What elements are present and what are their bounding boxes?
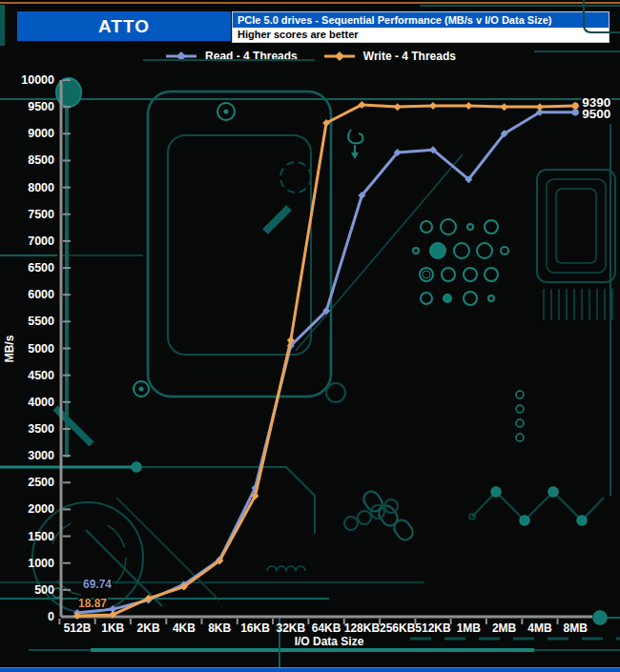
circuit-pad xyxy=(430,243,445,258)
x-axis-tick-label: 128KB xyxy=(344,621,381,635)
write-series-marker xyxy=(465,102,472,110)
y-axis-tick-label: 9000 xyxy=(28,127,54,140)
circuit-pad xyxy=(548,487,558,497)
circuit-pad xyxy=(485,268,498,281)
circuit-pad xyxy=(423,271,430,278)
circuit-pad xyxy=(444,295,451,302)
y-axis-tick-label: 500 xyxy=(34,583,54,597)
circuit-pad xyxy=(488,295,494,301)
y-axis-tick-label: 2500 xyxy=(28,476,54,489)
circuit-pad xyxy=(421,221,432,233)
circuit-pad xyxy=(520,516,529,525)
circuit-pad xyxy=(501,247,508,255)
y-axis-tick-label: 2000 xyxy=(28,502,54,516)
y-axis-title: MB/s xyxy=(3,335,16,362)
circuit-pad xyxy=(516,405,524,413)
circuit-pad xyxy=(516,434,524,441)
circuit-pad xyxy=(420,268,433,281)
x-axis-tick-label: 8KB xyxy=(208,621,231,635)
read-start-value-label: 69.74 xyxy=(83,578,112,591)
chart-series xyxy=(73,101,579,620)
circuit-pad xyxy=(477,243,492,258)
chart-annotations: 69.7418.8793909500 xyxy=(78,95,610,610)
y-axis-tick-label: 1000 xyxy=(28,557,54,570)
x-axis-tick-label: 8MB xyxy=(564,621,589,635)
y-axis-tick-label: 8500 xyxy=(28,153,54,167)
circuit-pad xyxy=(358,511,371,524)
x-axis-tick-label: 64KB xyxy=(312,621,341,635)
circuit-pad xyxy=(224,110,229,114)
x-axis-tick-label: 32KB xyxy=(276,621,305,635)
y-axis-tick-label: 9500 xyxy=(28,100,54,113)
circuit-trace xyxy=(348,130,362,143)
circuit-pad xyxy=(441,219,456,234)
x-axis-tick-label: 2KB xyxy=(137,621,160,635)
x-axis-tick-label: 4MB xyxy=(527,621,552,635)
circuit-pad xyxy=(454,243,469,258)
circuit-pad xyxy=(344,517,358,530)
circuit-pad xyxy=(467,224,473,230)
y-axis-tick-label: 0 xyxy=(48,610,54,623)
read-series-line xyxy=(77,112,575,613)
x-axis-tick-label: 256KB xyxy=(380,621,416,635)
x-axis-tick-label: 512KB xyxy=(415,621,451,635)
y-axis-tick-label: 7500 xyxy=(28,208,54,221)
write-series-marker xyxy=(394,103,402,111)
x-axis-tick-label: 1KB xyxy=(101,621,124,635)
write-start-value-label: 18.87 xyxy=(78,597,107,610)
y-axis-tick-label: 6000 xyxy=(28,288,54,301)
x-axis-tick-label: 16KB xyxy=(240,621,270,635)
write-series-marker xyxy=(501,103,508,111)
circuit-pad xyxy=(577,516,587,525)
circuit-board-art xyxy=(0,0,620,672)
circuit-pad xyxy=(442,268,455,281)
circuit-pad xyxy=(491,487,501,497)
chart-plot-area: 0500100015002000250030003500400045005000… xyxy=(0,0,620,672)
circuit-pad xyxy=(516,419,524,427)
bottom-edge-trace xyxy=(0,667,620,672)
circuit-pad xyxy=(421,293,432,304)
x-axis-tick-label: 4KB xyxy=(173,621,196,635)
y-axis-tick-label: 1500 xyxy=(28,530,54,543)
y-axis-tick-label: 4000 xyxy=(28,396,54,409)
x-axis-title: I/O Data Size xyxy=(295,635,364,648)
circuit-pad xyxy=(485,220,498,234)
read-end-value-label: 9500 xyxy=(582,107,610,121)
circuit-pad xyxy=(326,383,345,402)
read-series-endpoint xyxy=(572,109,579,115)
write-series-line xyxy=(77,105,575,616)
circuit-pad xyxy=(464,292,477,305)
circuit-pad xyxy=(391,517,416,542)
circuit-trace xyxy=(141,467,315,534)
circuit-pad xyxy=(516,391,524,398)
y-axis-tick-label: 8000 xyxy=(28,181,54,194)
circuit-pad xyxy=(464,268,477,281)
y-axis-tick-label: 5500 xyxy=(28,315,54,328)
circuit-pad xyxy=(280,162,311,193)
y-axis-tick-label: 10000 xyxy=(21,73,54,87)
benchmark-chart-screen: ATTO PCIe 5.0 drives - Sequential Perfor… xyxy=(0,0,620,672)
x-axis-tick-label: 1MB xyxy=(457,621,482,635)
y-axis-tick-label: 3500 xyxy=(28,422,54,436)
circuit-arrow xyxy=(351,153,359,159)
write-series-marker xyxy=(536,103,544,111)
circuit-trace xyxy=(537,170,615,282)
y-axis-tick-label: 4500 xyxy=(28,369,54,382)
y-axis-tick-label: 6500 xyxy=(28,261,54,275)
circuit-pad xyxy=(139,387,144,392)
circuit-pad xyxy=(132,462,141,472)
circuit-pad xyxy=(593,611,607,624)
x-axis-tick-label: 512B xyxy=(64,621,92,635)
circuit-trace xyxy=(267,566,305,571)
y-axis-tick-label: 7000 xyxy=(28,234,54,248)
write-series-endpoint xyxy=(572,103,579,110)
circuit-trace xyxy=(116,498,219,601)
x-axis-tick-label: 2MB xyxy=(492,621,517,635)
circuit-trace xyxy=(556,189,596,263)
circuit-trace xyxy=(265,208,289,232)
write-series-marker xyxy=(429,102,437,110)
y-axis-tick-label: 3000 xyxy=(28,449,54,462)
circuit-pad xyxy=(413,248,419,254)
circuit-trace xyxy=(168,135,311,355)
y-axis-tick-label: 5000 xyxy=(28,342,54,356)
